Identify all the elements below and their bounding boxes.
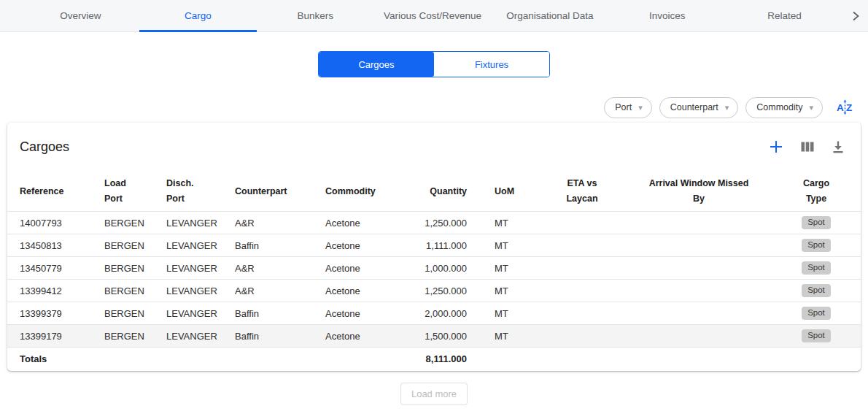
chevron-down-icon: ▾ xyxy=(638,104,643,112)
table-row[interactable]: 13399412BERGENLEVANGERA&RAcetone1,250.00… xyxy=(7,280,861,302)
cell-load-port: BERGEN xyxy=(98,302,160,325)
tab-organisational-data[interactable]: Organisational Data xyxy=(491,0,608,31)
cell-uom: MT xyxy=(473,302,538,325)
cell-disch-port: LEVANGER xyxy=(160,234,229,257)
filter-chip-label: Counterpart xyxy=(670,102,718,112)
cargo-type-badge: Spot xyxy=(802,307,831,321)
cargo-type-badge: Spot xyxy=(802,284,831,298)
columns-button[interactable] xyxy=(799,139,815,155)
nav-overflow-button[interactable] xyxy=(843,0,868,31)
cell-cargo-type: Spot xyxy=(772,325,861,348)
column-header-reference[interactable]: Reference xyxy=(7,172,98,212)
table-row[interactable]: 13450813BERGENLEVANGERBaffinAcetone1,111… xyxy=(7,234,861,257)
cell-uom: MT xyxy=(473,212,538,234)
column-header-disch-port[interactable]: Disch. Port xyxy=(160,172,229,212)
view-toggle-fixtures[interactable]: Fixtures xyxy=(434,52,549,77)
card-actions xyxy=(767,138,846,156)
cell-quantity: 1,250.000 xyxy=(407,212,473,234)
cell-commodity: Acetone xyxy=(319,212,407,234)
cell-load-port: BERGEN xyxy=(98,234,160,257)
cell-eta-vs-laycan xyxy=(538,280,626,302)
cell-eta-vs-laycan xyxy=(538,325,626,348)
cell-quantity: 2,000.000 xyxy=(407,302,473,325)
column-header-quantity[interactable]: Quantity xyxy=(407,172,473,212)
cell-cargo-type: Spot xyxy=(772,302,861,325)
table-body: 14007793BERGENLEVANGERA&RAcetone1,250.00… xyxy=(7,212,861,348)
cell-counterpart: Baffin xyxy=(229,234,319,257)
cell-reference: 13450779 xyxy=(7,257,98,280)
cell-commodity: Acetone xyxy=(319,234,407,257)
sort-alpha-icon: A Z xyxy=(836,99,855,116)
cell-counterpart: A&R xyxy=(229,212,319,234)
cell-eta-vs-laycan xyxy=(538,234,626,257)
top-nav-tabs: OverviewCargoBunkersVarious Cost/Revenue… xyxy=(22,0,843,31)
totals-quantity: 8,111.000 xyxy=(407,348,473,371)
cell-load-port: BERGEN xyxy=(98,257,160,280)
cargo-type-badge: Spot xyxy=(802,261,831,275)
cell-cargo-type: Spot xyxy=(772,212,861,234)
view-toggle-cargoes[interactable]: Cargoes xyxy=(319,52,434,77)
cell-empty xyxy=(473,348,538,371)
cell-disch-port: LEVANGER xyxy=(160,257,229,280)
cell-commodity: Acetone xyxy=(319,280,407,302)
cell-disch-port: LEVANGER xyxy=(160,212,229,234)
column-header-arrival-window-missed-by[interactable]: Arrival Window Missed By xyxy=(626,172,772,212)
cell-eta-vs-laycan xyxy=(538,257,626,280)
table-row[interactable]: 13399179BERGENLEVANGERBaffinAcetone1,500… xyxy=(7,325,861,348)
load-more-button[interactable]: Load more xyxy=(400,383,468,405)
filter-chips: Port▾Counterpart▾Commodity▾ xyxy=(604,97,823,118)
column-header-commodity[interactable]: Commodity xyxy=(319,172,407,212)
filter-bar: Port▾Counterpart▾Commodity▾ A Z xyxy=(0,96,868,118)
cell-eta-vs-laycan xyxy=(538,302,626,325)
cell-load-port: BERGEN xyxy=(98,280,160,302)
tab-cargo[interactable]: Cargo xyxy=(139,0,257,31)
cell-disch-port: LEVANGER xyxy=(160,325,229,348)
cargoes-table: ReferenceLoad PortDisch. PortCounterpart… xyxy=(7,172,861,371)
tab-bunkers[interactable]: Bunkers xyxy=(257,0,374,31)
svg-text:Z: Z xyxy=(846,102,852,113)
column-header-eta-vs-laycan[interactable]: ETA vs Laycan xyxy=(538,172,626,212)
card-title: Cargoes xyxy=(20,139,69,155)
column-header-uom[interactable]: UoM xyxy=(473,172,538,212)
chevron-down-icon: ▾ xyxy=(725,104,729,112)
table-row[interactable]: 14007793BERGENLEVANGERA&RAcetone1,250.00… xyxy=(7,212,861,234)
cell-arrival-window-missed-by xyxy=(626,280,772,302)
filter-chip-label: Port xyxy=(615,102,632,112)
cell-reference: 13399379 xyxy=(7,302,98,325)
filter-chip-counterpart[interactable]: Counterpart▾ xyxy=(659,97,739,118)
cell-uom: MT xyxy=(473,325,538,348)
table-row[interactable]: 13450779BERGENLEVANGERA&RAcetone1,000.00… xyxy=(7,257,861,280)
cell-arrival-window-missed-by xyxy=(626,325,772,348)
cell-uom: MT xyxy=(473,280,538,302)
cell-uom: MT xyxy=(473,257,538,280)
filter-chip-port[interactable]: Port▾ xyxy=(604,97,651,118)
tab-invoices[interactable]: Invoices xyxy=(608,0,726,31)
cell-reference: 14007793 xyxy=(7,212,98,234)
cell-disch-port: LEVANGER xyxy=(160,302,229,325)
cell-empty xyxy=(229,348,319,371)
tab-various-cost-revenue[interactable]: Various Cost/Revenue xyxy=(374,0,492,31)
filter-chip-commodity[interactable]: Commodity▾ xyxy=(745,97,823,118)
tab-overview[interactable]: Overview xyxy=(22,0,139,31)
column-header-cargo-type[interactable]: Cargo Type xyxy=(772,172,861,212)
cell-arrival-window-missed-by xyxy=(626,257,772,280)
download-icon xyxy=(830,139,846,155)
cell-quantity: 1,000.000 xyxy=(407,257,473,280)
chevron-right-icon xyxy=(848,9,863,23)
cell-empty xyxy=(319,348,407,371)
cell-counterpart: A&R xyxy=(229,257,319,280)
view-toggle-wrap: CargoesFixtures xyxy=(0,51,868,77)
column-header-counterpart[interactable]: Counterpart xyxy=(229,172,319,212)
cell-counterpart: A&R xyxy=(229,280,319,302)
tab-related[interactable]: Related xyxy=(726,0,843,31)
column-header-load-port[interactable]: Load Port xyxy=(98,172,160,212)
cell-quantity: 1,500.000 xyxy=(407,325,473,348)
table-row[interactable]: 13399379BERGENLEVANGERBaffinAcetone2,000… xyxy=(7,302,861,325)
cell-empty xyxy=(626,348,772,371)
add-cargo-button[interactable] xyxy=(767,138,785,156)
cell-commodity: Acetone xyxy=(319,325,407,348)
sort-alpha-button[interactable]: A Z xyxy=(836,99,855,116)
download-button[interactable] xyxy=(830,139,846,155)
totals-row: Totals 8,111.000 xyxy=(7,348,861,371)
cell-uom: MT xyxy=(473,234,538,257)
